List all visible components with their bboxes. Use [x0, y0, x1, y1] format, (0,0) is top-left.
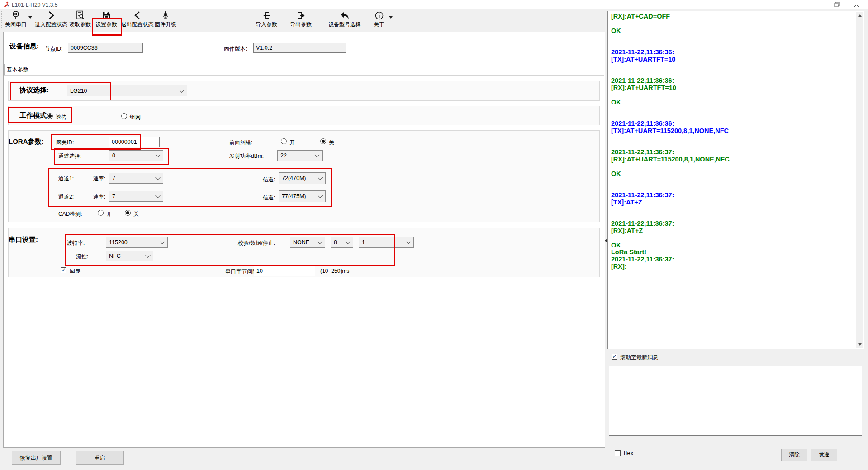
chevron-down-icon — [155, 152, 160, 157]
chevron-down-icon — [317, 239, 322, 244]
channel1-freq-select[interactable]: 72(470M) — [279, 172, 326, 184]
log-scrollbar[interactable] — [856, 12, 863, 348]
log-panel[interactable]: [RX]:AT+CAD=OFFOK2021-11-22,11:36:36:[TX… — [607, 11, 864, 349]
log-line: 2021-11-22,11:36:36: — [611, 49, 851, 56]
log-line: OK — [611, 242, 851, 249]
about-dropdown-caret[interactable] — [389, 16, 393, 19]
echo-checkbox[interactable] — [61, 267, 66, 273]
lora-params-label: LORA参数: — [9, 138, 44, 146]
chevron-down-icon — [179, 87, 184, 92]
protocol-select[interactable]: LG210 — [67, 85, 187, 96]
chevron-down-icon — [155, 193, 160, 198]
toolbar-gripper[interactable] — [1, 11, 3, 28]
send-input[interactable] — [609, 366, 862, 436]
toolbar-device-model-select[interactable]: 设备型号选择 — [321, 10, 368, 28]
node-id-field[interactable]: 0009CC36 — [68, 43, 143, 53]
chevron-down-icon — [345, 239, 350, 244]
log-line: [RX]:AT+CAD=OFF — [611, 13, 851, 20]
import-params-icon — [252, 10, 280, 20]
log-line: 2021-11-22,11:36:37: — [611, 192, 851, 199]
cad-label: CAD检测: — [58, 210, 82, 218]
chevron-down-icon — [318, 193, 323, 198]
byte-interval-note: (10~250)ms — [320, 268, 349, 274]
log-line: LoRa Start! — [611, 249, 851, 256]
log-line — [611, 92, 851, 99]
minimize-button[interactable] — [806, 0, 826, 9]
scroll-down-icon[interactable] — [858, 343, 862, 346]
scroll-latest-checkbox[interactable] — [612, 354, 617, 360]
transparent-mode-label: 透传 — [56, 114, 66, 121]
toolbar-about[interactable]: 关于 — [372, 10, 386, 28]
channel2-rate-label: 速率: — [93, 193, 105, 201]
channel1-freq-label: 信道: — [263, 176, 275, 184]
chevron-down-icon — [155, 175, 160, 180]
channel-select[interactable]: 0 — [109, 150, 163, 161]
chevron-down-icon — [406, 239, 411, 244]
clear-button[interactable]: 清除 — [781, 449, 807, 461]
title-bar: L101-L-H20 V1.3.5 — [0, 0, 868, 9]
flow-control-select[interactable]: NFC — [106, 251, 153, 261]
serial-settings-label: 串口设置: — [9, 236, 38, 244]
log-line: [TX]:AT+UART=115200,8,1,NONE,NFC — [611, 128, 851, 135]
baud-rate-select[interactable]: 115200 — [106, 237, 168, 248]
exit-config-icon — [121, 10, 154, 20]
baud-rate-label: 波特率: — [67, 239, 85, 247]
tab-divider — [4, 75, 604, 76]
radio-transparent-mode[interactable] — [47, 113, 53, 119]
toolbar-export-params[interactable]: 导出参数 — [287, 10, 315, 28]
tx-power-label: 发射功率dBm: — [229, 152, 264, 160]
stop-bits-select[interactable]: 1 — [359, 237, 414, 248]
toolbar-set-params[interactable]: 设置参数 — [94, 10, 119, 28]
port-close-icon — [5, 10, 27, 20]
app-logo-icon — [3, 1, 9, 8]
radio-cad-on[interactable] — [98, 210, 104, 216]
channel1-label: 通道1: — [58, 175, 74, 183]
factory-reset-button[interactable]: 恢复出厂设置 — [12, 451, 61, 465]
main-panel: 设备信息: 节点ID: 0009CC36 固件版本: V1.0.2 基本参数 协… — [3, 32, 605, 448]
about-icon — [372, 10, 386, 20]
export-params-icon — [287, 10, 315, 20]
parity-select[interactable]: NONE — [290, 237, 325, 248]
hex-checkbox[interactable] — [615, 450, 621, 456]
toolbar-import-params[interactable]: 导入参数 — [252, 10, 280, 28]
log-line — [611, 20, 851, 28]
channel-select-label: 通道选择: — [58, 152, 81, 160]
radio-fec-off[interactable] — [320, 138, 326, 144]
close-port-dropdown-caret[interactable] — [28, 16, 32, 19]
channel2-rate-select[interactable]: 7 — [109, 191, 163, 202]
tab-basic-params[interactable]: 基本参数 — [4, 64, 31, 76]
scroll-up-icon[interactable] — [858, 14, 862, 17]
toolbar-enter-config[interactable]: 进入配置状态 — [34, 10, 68, 28]
radio-fec-on[interactable] — [281, 138, 287, 144]
toolbar-firmware-upgrade[interactable]: 固件升级 — [154, 10, 177, 28]
channel1-rate-select[interactable]: 7 — [109, 173, 163, 184]
cad-off-label: 关 — [133, 210, 139, 218]
close-button[interactable] — [846, 0, 867, 9]
radio-cad-off[interactable] — [125, 210, 131, 216]
log-line: 2021-11-22,11:36:37: — [611, 220, 851, 228]
tx-power-select[interactable]: 22 — [277, 150, 323, 161]
close-icon — [854, 2, 859, 7]
firmware-version-label: 固件版本: — [224, 45, 247, 53]
toolbar-close-port[interactable]: 关闭串口 — [5, 10, 27, 28]
log-content: [RX]:AT+CAD=OFFOK2021-11-22,11:36:36:[TX… — [611, 13, 851, 271]
channel2-freq-select[interactable]: 77(475M) — [279, 190, 326, 202]
hex-label: Hex — [624, 451, 634, 457]
firmware-version-field[interactable]: V1.0.2 — [253, 43, 346, 53]
chevron-down-icon — [145, 253, 150, 258]
toolbar-read-params[interactable]: 读取参数 — [69, 10, 91, 28]
log-line — [611, 70, 851, 77]
log-line — [611, 177, 851, 185]
byte-interval-field[interactable]: 10 — [254, 266, 315, 276]
toolbar-exit-config[interactable]: 退出配置状态 — [121, 10, 154, 28]
data-bits-select[interactable]: 8 — [331, 237, 353, 248]
send-button[interactable]: 发送 — [811, 449, 837, 461]
reboot-button[interactable]: 重启 — [76, 451, 124, 465]
log-line: 2021-11-22,11:36:37: — [611, 256, 851, 263]
log-line — [611, 63, 851, 71]
radio-network-mode[interactable] — [121, 113, 127, 119]
device-model-icon — [321, 10, 368, 20]
gateway-id-field[interactable]: 00000001 — [109, 137, 160, 147]
restore-button[interactable] — [826, 0, 847, 9]
flow-control-label: 流控: — [76, 253, 88, 261]
